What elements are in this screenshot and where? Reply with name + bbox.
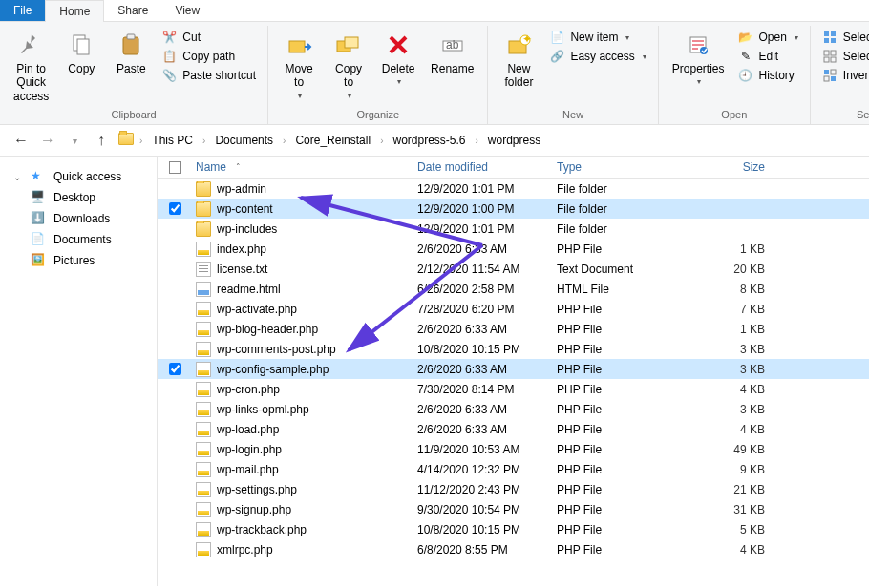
table-row[interactable]: license.txt2/12/2020 11:54 AMText Docume…: [158, 259, 869, 279]
delete-button[interactable]: Delete▾: [375, 26, 421, 90]
column-header-type[interactable]: Type: [557, 160, 698, 174]
breadcrumb[interactable]: › This PC› Documents› Core_Reinstall› wo…: [118, 132, 858, 149]
column-header-date[interactable]: Date modified: [417, 160, 557, 174]
ribbon-group-organize: Move to▾ Copy to▾ Delete▾ ab Rename Orga…: [268, 26, 488, 124]
properties-button[interactable]: Properties▾: [667, 26, 731, 90]
table-row[interactable]: index.php2/6/2020 6:33 AMPHP File1 KB: [158, 239, 869, 259]
table-row[interactable]: wp-login.php11/9/2020 10:53 AMPHP File49…: [158, 439, 869, 459]
breadcrumb-item[interactable]: wordpress: [484, 132, 544, 149]
copy-path-button[interactable]: 📋Copy path: [158, 47, 260, 66]
documents-icon: 📄: [31, 232, 46, 247]
table-row[interactable]: wp-load.php2/6/2020 6:33 AMPHP File4 KB: [158, 419, 869, 439]
move-to-button[interactable]: Move to▾: [276, 26, 322, 104]
breadcrumb-item[interactable]: Documents: [211, 132, 277, 149]
row-checkbox[interactable]: [169, 363, 181, 375]
file-type: PHP File: [557, 383, 698, 396]
invert-selection-button[interactable]: Invert selection: [818, 66, 869, 85]
chevron-down-icon: ▾: [697, 77, 701, 86]
back-button[interactable]: ←: [11, 131, 31, 150]
file-name: readme.html: [217, 283, 281, 296]
edit-button[interactable]: ✎Edit: [734, 47, 802, 66]
sidebar-item-pictures[interactable]: 🖼️ Pictures: [8, 250, 149, 271]
file-size: 7 KB: [698, 303, 784, 316]
file-size: 3 KB: [698, 363, 784, 376]
file-date: 2/12/2020 11:54 AM: [417, 262, 557, 276]
navigation-pane: ⌄ ★ Quick access 🖥️ Desktop ⬇️ Downloads…: [0, 157, 158, 586]
chevron-down-icon: ⌄: [13, 172, 23, 182]
sidebar-item-documents[interactable]: 📄 Documents: [8, 229, 149, 250]
table-row[interactable]: wp-config-sample.php2/6/2020 6:33 AMPHP …: [158, 359, 869, 379]
file-type: PHP File: [557, 483, 698, 496]
ribbon: Pin to Quick access Copy Paste ✂️Cut 📋Co…: [0, 22, 869, 125]
sidebar-item-desktop[interactable]: 🖥️ Desktop: [8, 187, 149, 208]
paste-shortcut-button[interactable]: 📎Paste shortcut: [158, 66, 260, 85]
file-type: PHP File: [557, 503, 698, 516]
recent-locations-button[interactable]: ▾: [65, 131, 84, 150]
open-button[interactable]: 📂Open▾: [734, 28, 802, 47]
paste-icon: [116, 30, 146, 60]
easy-access-button[interactable]: 🔗Easy access▾: [545, 47, 649, 66]
table-row[interactable]: wp-includes12/9/2020 1:01 PMFile folder: [158, 219, 869, 239]
table-row[interactable]: wp-trackback.php10/8/2020 10:15 PMPHP Fi…: [158, 519, 869, 539]
table-row[interactable]: wp-settings.php11/12/2020 2:43 PMPHP Fil…: [158, 479, 869, 499]
table-row[interactable]: wp-blog-header.php2/6/2020 6:33 AMPHP Fi…: [158, 319, 869, 339]
file-name: wp-trackback.php: [217, 523, 307, 536]
star-icon: ★: [31, 169, 46, 184]
sidebar-item-downloads[interactable]: ⬇️ Downloads: [8, 208, 149, 229]
paste-button[interactable]: Paste: [108, 26, 154, 79]
new-item-button[interactable]: 📄New item▾: [545, 28, 649, 47]
php-icon: [196, 522, 211, 537]
table-row[interactable]: wp-comments-post.php10/8/2020 10:15 PMPH…: [158, 339, 869, 359]
table-row[interactable]: wp-links-opml.php2/6/2020 6:33 AMPHP Fil…: [158, 399, 869, 419]
php-icon: [196, 322, 211, 337]
file-date: 12/9/2020 1:01 PM: [417, 182, 557, 196]
table-row[interactable]: wp-cron.php7/30/2020 8:14 PMPHP File4 KB: [158, 379, 869, 399]
file-size: 8 KB: [698, 283, 784, 296]
sidebar-item-quick-access[interactable]: ⌄ ★ Quick access: [8, 166, 149, 187]
column-header-name[interactable]: Name˄: [192, 160, 417, 174]
select-all-icon: [822, 30, 837, 45]
table-row[interactable]: wp-mail.php4/14/2020 12:32 PMPHP File9 K…: [158, 459, 869, 479]
table-row[interactable]: wp-activate.php7/28/2020 6:20 PMPHP File…: [158, 299, 869, 319]
copy-button[interactable]: Copy: [58, 26, 104, 79]
chevron-right-icon: ›: [139, 136, 142, 146]
tab-home[interactable]: Home: [45, 0, 104, 22]
pin-icon: [16, 30, 47, 60]
pin-to-quick-access-button[interactable]: Pin to Quick access: [8, 26, 54, 107]
breadcrumb-item[interactable]: wordpress-5.6: [389, 132, 469, 149]
up-button[interactable]: ↑: [92, 131, 111, 150]
file-date: 6/8/2020 8:55 PM: [417, 543, 557, 556]
forward-button[interactable]: →: [38, 131, 57, 150]
svg-text:✦: ✦: [522, 32, 532, 46]
file-size: 5 KB: [698, 523, 784, 536]
row-checkbox[interactable]: [169, 202, 181, 215]
table-row[interactable]: readme.html6/26/2020 2:58 PMHTML File8 K…: [158, 279, 869, 299]
select-none-button[interactable]: Select none: [818, 47, 869, 66]
history-button[interactable]: 🕘History: [734, 66, 802, 85]
column-header-size[interactable]: Size: [698, 160, 784, 174]
table-row[interactable]: wp-signup.php9/30/2020 10:54 PMPHP File3…: [158, 499, 869, 519]
tab-file[interactable]: File: [0, 0, 45, 21]
copy-to-button[interactable]: Copy to▾: [326, 26, 371, 104]
php-icon: [196, 242, 211, 257]
group-label-open: Open: [721, 107, 747, 122]
tab-share[interactable]: Share: [104, 0, 161, 21]
rename-button[interactable]: ab Rename: [425, 26, 479, 79]
cut-button[interactable]: ✂️Cut: [158, 28, 260, 47]
select-all-checkbox[interactable]: [169, 161, 181, 174]
group-label-new: New: [562, 107, 583, 122]
breadcrumb-item[interactable]: Core_Reinstall: [291, 132, 374, 149]
file-name: wp-config-sample.php: [217, 363, 329, 376]
svg-rect-25: [831, 76, 836, 81]
table-row[interactable]: wp-admin12/9/2020 1:01 PMFile folder: [158, 178, 869, 199]
breadcrumb-item[interactable]: This PC: [148, 132, 197, 149]
table-row[interactable]: xmlrpc.php6/8/2020 8:55 PMPHP File4 KB: [158, 539, 869, 559]
new-folder-button[interactable]: ✦ New folder: [496, 26, 541, 94]
ribbon-group-open: Properties▾ 📂Open▾ ✎Edit 🕘History Open: [659, 26, 811, 124]
table-row[interactable]: wp-content12/9/2020 1:00 PMFile folder: [158, 199, 869, 219]
select-all-button[interactable]: Select all: [818, 28, 869, 47]
tab-view[interactable]: View: [161, 0, 213, 21]
ribbon-group-select: Select all Select none Invert selection …: [811, 26, 869, 124]
file-type: Text Document: [557, 262, 698, 276]
file-date: 11/12/2020 2:43 PM: [417, 483, 557, 496]
